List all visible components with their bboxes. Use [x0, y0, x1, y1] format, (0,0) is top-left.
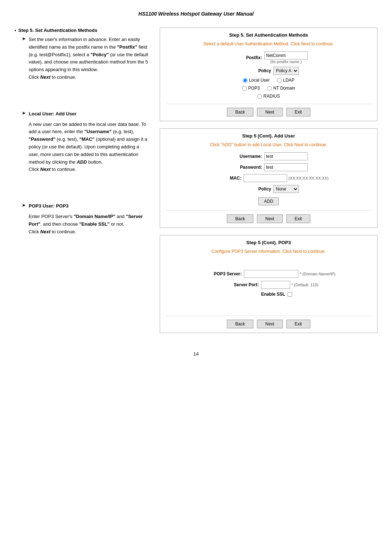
radio-radius[interactable]: RADIUS [257, 94, 280, 99]
pop3-heading: POP3 User: POP3 [29, 202, 69, 210]
policy-select-auth[interactable]: Policy A Policy B [273, 67, 299, 75]
pop3-server-label: POP3 Server: [202, 271, 242, 276]
pop3-server-hint: * (Domain Name/IP) [300, 272, 335, 276]
adduser-next-button[interactable]: Next [257, 214, 283, 223]
pop3-next-button[interactable]: Next [257, 320, 283, 328]
panel-add-user-subtitle: Click "ADD" button to add Local User. Cl… [166, 142, 371, 147]
server-port-label: Server Port: [219, 282, 259, 287]
username-input[interactable] [264, 152, 308, 160]
add-user-description: A new user can be added to the local use… [29, 121, 149, 174]
panel-pop3: Step 5 (Cont). POP3 Configure POP3 Serve… [160, 235, 377, 333]
radio-ntdomain[interactable]: NT Domain [267, 86, 295, 91]
radio-local-user[interactable]: Local User [243, 78, 270, 83]
panel-auth-methods: Step 5. Set Authentication Methods Selec… [160, 28, 377, 121]
panel-pop3-title: Step 5 (Cont). POP3 [166, 240, 371, 245]
pop3-server-input[interactable] [244, 270, 298, 278]
pop3-back-button[interactable]: Back [227, 320, 253, 328]
policy-select-user[interactable]: None Policy A Policy B [273, 185, 299, 193]
page-header: HS1100 Wireless Hotspot Gateway User Man… [15, 11, 377, 17]
postfix-input[interactable] [264, 52, 308, 59]
mac-input[interactable] [244, 174, 287, 182]
arrow-icon-2: ➤ [22, 110, 26, 118]
bullet-icon: • [15, 28, 16, 33]
username-label: Username: [229, 154, 262, 159]
radio-pop3-label: POP3 [248, 86, 260, 91]
auth-methods-description: Set the user's information in advance. E… [29, 36, 149, 81]
arrow-icon-3: ➤ [22, 202, 26, 210]
radio-ldap-label: LDAP [283, 78, 294, 83]
pop3-description: Enter POP3 Server's "Domain Name/IP" and… [29, 213, 149, 235]
radio-radius-label: RADIUS [264, 94, 280, 99]
enable-ssl-label: Enable SSL [245, 292, 285, 297]
policy-label-auth: Policy [238, 68, 271, 73]
auth-back-button[interactable]: Back [227, 108, 253, 116]
auth-next-button[interactable]: Next [257, 108, 283, 116]
server-port-hint: * (Default: 110) [291, 283, 318, 287]
password-input[interactable] [264, 163, 308, 171]
adduser-back-button[interactable]: Back [227, 214, 253, 223]
panel-add-user: Step 5 (Cont). Add User Click "ADD" butt… [160, 128, 377, 228]
panel-add-user-title: Step 5 (Cont). Add User [166, 133, 371, 139]
enable-ssl-checkbox[interactable] [287, 292, 292, 297]
radio-local-user-label: Local User [249, 78, 270, 83]
arrow-icon-spacer-2: ➤ [22, 121, 26, 174]
postfix-hint: (Its postfix name.) [264, 59, 308, 64]
radio-pop3[interactable]: POP3 [242, 86, 260, 91]
section-heading-text: Step 5. Set Authentication Methods [19, 28, 98, 33]
auth-exit-button[interactable]: Exit [286, 108, 310, 116]
panel-pop3-subtitle: Configure POP3 Server information. Click… [166, 249, 371, 254]
section-auth-methods: • Step 5. Set Authentication Methods ➤ S… [15, 28, 149, 81]
radio-ldap[interactable]: LDAP [277, 78, 294, 83]
adduser-exit-button[interactable]: Exit [286, 214, 310, 223]
arrow-icon-1: ➤ [22, 36, 26, 81]
pop3-exit-button[interactable]: Exit [286, 320, 310, 328]
postfix-label: Postfix: [229, 55, 262, 60]
panel-auth-title: Step 5. Set Authentication Methods [166, 32, 371, 38]
page-number: 14 [15, 351, 377, 357]
server-port-input[interactable] [261, 281, 290, 289]
radio-ntdomain-label: NT Domain [273, 86, 295, 91]
section-pop3: ➤ POP3 User: POP3 ➤ Enter POP3 Server's … [15, 202, 149, 235]
arrow-icon-spacer-3: ➤ [22, 213, 26, 235]
password-label: Password: [229, 165, 262, 170]
add-user-button[interactable]: ADD [258, 197, 278, 205]
section-add-user: ➤ Local User: Add User ➤ A new user can … [15, 110, 149, 173]
policy-label-user: Policy [238, 186, 271, 192]
mac-label: MAC: [209, 176, 241, 181]
mac-hint: (XX:XX:XX:XX:XX:XX) [289, 176, 329, 180]
panel-auth-subtitle: Select a default User Authentication Met… [166, 41, 371, 46]
add-user-heading: Local User: Add User [29, 110, 77, 118]
